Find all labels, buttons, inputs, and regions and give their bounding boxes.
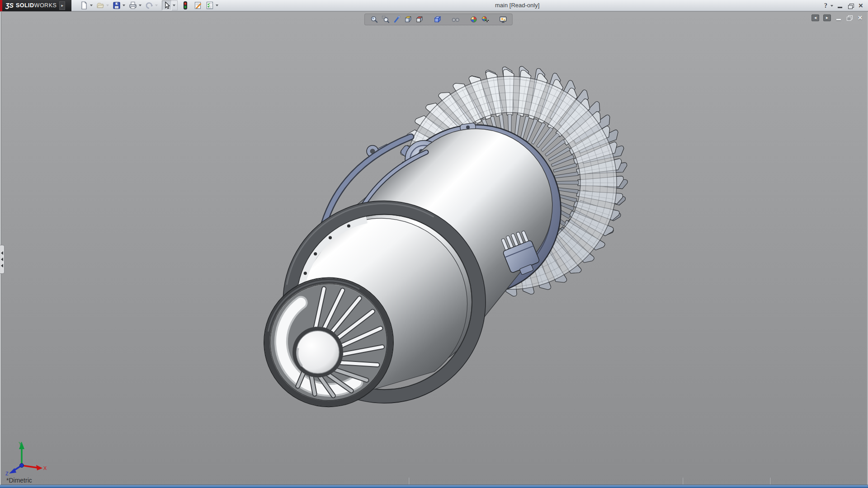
options-button[interactable] [204,0,221,11]
view-settings-button[interactable] [497,14,509,25]
heads-up-view-toolbar [364,14,513,25]
app-window-controls: ? ✕ [824,0,864,11]
main-toolbar [79,0,221,11]
eyeglasses-icon [451,15,459,23]
select-cursor-icon [162,0,172,10]
doc-restore-button[interactable] [846,14,853,21]
appearance-ball-icon [469,15,477,23]
help-button[interactable]: ? [824,2,827,9]
solidworks-logo: ƷS SOLID WORKS ▸ [0,0,71,11]
zoom-to-fit-icon [370,15,378,23]
rebuild-button[interactable] [180,0,191,11]
feature-manager-collapsed-tab[interactable] [0,245,5,274]
collapse-arrow-icon [1,251,3,255]
zoom-to-area-button[interactable] [380,14,391,25]
save-icon [112,0,122,10]
apply-scene-button[interactable] [479,14,491,25]
window-title: main [Read-only] [495,2,539,9]
traffic-light-icon [180,0,190,10]
section-view-button[interactable] [402,14,414,25]
undo-dropdown-caret [155,5,158,6]
options-dropdown-caret[interactable] [216,5,218,6]
app-restore-button[interactable] [847,2,854,9]
save-dropdown-caret[interactable] [123,5,125,6]
nozzle-mouth [264,277,393,407]
zoom-to-area-icon [381,15,389,23]
open-icon [95,0,105,10]
new-document-button[interactable] [79,0,95,11]
statusbar-divider [769,478,770,484]
note-pencil-icon [193,0,203,10]
section-view-icon [404,15,412,23]
display-style-icon [433,15,441,23]
view-orientation-label: *Dimetric [6,477,32,484]
save-button[interactable] [111,0,127,11]
triad-z-label: Z [5,471,9,475]
document-window-controls: ◄ ► ✕ [811,14,863,21]
hide-show-items-button[interactable] [450,14,461,25]
select-button[interactable] [161,0,178,11]
previous-view-button[interactable] [391,14,402,25]
new-document-icon [79,0,89,10]
menu-expand-arrow[interactable]: ▸ [59,1,65,10]
print-dropdown-caret[interactable] [139,5,142,6]
help-dropdown-caret[interactable] [830,5,833,7]
statusbar-divider [682,478,683,484]
triad-y-label: Y [19,441,22,446]
checklist-icon [205,0,215,10]
doc-minimize-button[interactable] [835,14,842,21]
undo-icon [144,0,154,10]
app-close-button[interactable]: ✕ [857,2,864,9]
triad-x-label: X [43,465,47,471]
collapse-arrow-icon [1,258,3,261]
print-button[interactable] [127,0,144,11]
view-orientation-icon [415,15,423,23]
display-style-button[interactable] [432,14,443,25]
select-dropdown-cell[interactable] [172,0,178,10]
dock-right-button[interactable]: ► [823,14,831,21]
taskbar-edge-strip [0,485,868,488]
logo-red-stripe [0,0,2,11]
dock-left-button[interactable]: ◄ [811,14,819,21]
zoom-to-fit-button[interactable] [368,14,380,25]
solidworks-logo-glyph: ƷS [5,2,14,9]
logo-text-works: WORKS [34,2,57,9]
monitor-icon [499,15,507,23]
new-dropdown-caret[interactable] [90,5,93,6]
app-minimize-button[interactable] [836,2,844,9]
collapse-arrow-icon [1,264,3,267]
previous-view-icon [392,15,401,23]
open-button[interactable] [95,0,111,11]
engine-model [0,12,868,488]
view-orientation-button[interactable] [414,14,425,25]
doc-close-button[interactable]: ✕ [857,14,863,21]
logo-text-solid: SOLID [16,2,34,9]
undo-button[interactable] [144,0,160,11]
graphics-viewport[interactable]: ◄ ► ✕ Y X Z *Dimetric [0,12,868,488]
statusbar-divider [408,478,409,484]
scene-ball-flag-icon [481,15,489,23]
reference-triad: Y X Z [4,439,49,475]
edit-appearance-button[interactable] [468,14,479,25]
file-properties-button[interactable] [193,0,203,11]
print-icon [128,0,138,10]
title-bar: ƷS SOLID WORKS ▸ [0,0,868,11]
open-dropdown-caret [106,5,109,6]
select-dropdown-caret[interactable] [173,5,175,6]
